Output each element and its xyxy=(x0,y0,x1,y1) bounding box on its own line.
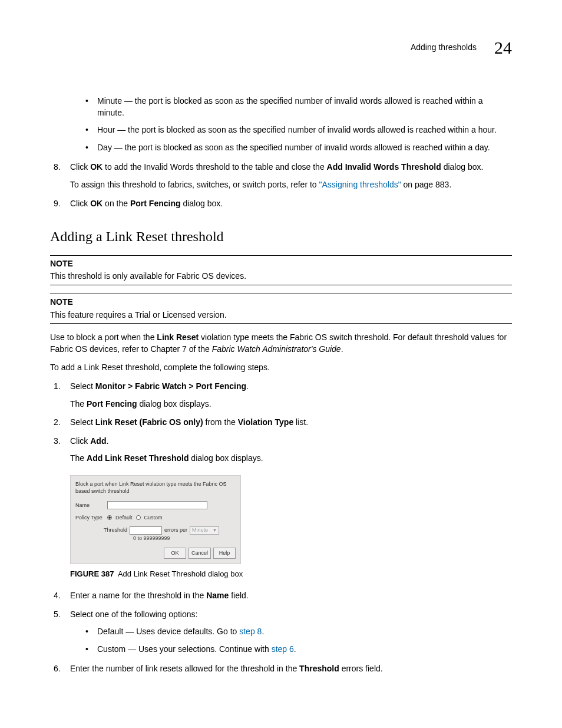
threshold-range-hint: 0 to 999999999 xyxy=(133,535,236,542)
dialog-buttons: OK Cancel Help xyxy=(75,548,236,559)
step-number: 5. xyxy=(54,609,61,621)
step-6-link[interactable]: step 6 xyxy=(272,644,294,654)
step-number: 8. xyxy=(54,162,61,173)
step-number: 2. xyxy=(54,417,61,429)
page-header: Adding thresholds 24 xyxy=(50,35,512,60)
time-unit-dropdown[interactable]: Minute ▼ xyxy=(190,526,219,535)
page-content: Minute — the port is blocked as soon as … xyxy=(50,95,512,675)
step-1: 1. Select Monitor > Fabric Watch > Port … xyxy=(50,381,512,410)
t: The xyxy=(70,453,87,463)
custom-radio-label: Custom xyxy=(144,514,163,522)
step-8: 8. Click OK to add the Invalid Words thr… xyxy=(50,162,512,190)
threshold-field-label: Threshold xyxy=(299,664,339,673)
t: Click xyxy=(70,436,90,446)
step-6: 6. Enter the number of link resets allow… xyxy=(50,663,512,675)
step-3: 3. Click Add. The Add Link Reset Thresho… xyxy=(50,436,512,465)
ok-button[interactable]: OK xyxy=(164,548,186,559)
invalid-words-options: Minute — the port is blocked as soon as … xyxy=(50,95,512,153)
step-number: 6. xyxy=(54,663,61,675)
guide-title: Fabric Watch Administrator's Guide xyxy=(212,344,341,354)
threshold-row: Threshold errors per Minute ▼ xyxy=(104,526,236,535)
step-number: 3. xyxy=(54,436,61,447)
note-2: NOTE This feature requires a Trial or Li… xyxy=(50,294,512,324)
t: Use to block a port when the xyxy=(50,332,157,342)
step-4: 4. Enter a name for the threshold in the… xyxy=(50,590,512,602)
errors-per-label: errors per xyxy=(164,526,187,534)
t: on page 883. xyxy=(401,180,452,189)
note-label: NOTE xyxy=(50,258,512,270)
t: Enter the number of link resets allowed … xyxy=(70,664,299,673)
step-8-link[interactable]: step 8 xyxy=(239,627,262,636)
intro-paragraph: Use to block a port when the Link Reset … xyxy=(50,332,512,355)
step-number: 4. xyxy=(54,590,61,602)
step-text: Click OK to add the Invalid Words thresh… xyxy=(70,162,483,172)
step-number: 9. xyxy=(54,198,61,210)
dialog-name: Port Fencing xyxy=(130,199,181,208)
ok-label: OK xyxy=(90,199,103,208)
note-1: NOTE This threshold is only available fo… xyxy=(50,255,512,285)
t: . xyxy=(246,381,249,391)
add-link-reset-threshold-dialog: Block a port when Link Reset violation t… xyxy=(70,475,241,564)
step-text: Select Link Reset (Fabric OS only) from … xyxy=(70,417,308,427)
cancel-button[interactable]: Cancel xyxy=(189,548,211,559)
ok-label: OK xyxy=(90,162,103,172)
default-radio[interactable] xyxy=(107,515,112,520)
threshold-label: Threshold xyxy=(104,526,127,534)
option-label: Link Reset (Fabric OS only) xyxy=(95,417,203,427)
default-radio-label: Default xyxy=(115,514,133,522)
t: Enter a name for the threshold in the xyxy=(70,591,206,600)
name-label: Name xyxy=(75,502,104,509)
policy-type-row: Policy Type Default Custom xyxy=(75,514,236,522)
note-text: This feature requires a Trial or License… xyxy=(50,309,512,321)
help-button[interactable]: Help xyxy=(213,548,236,559)
chevron-down-icon: ▼ xyxy=(213,528,217,533)
t: to add the Invalid Words threshold to th… xyxy=(103,162,326,172)
list-label: Violation Type xyxy=(238,417,293,427)
dialog-name: Add Link Reset Threshold xyxy=(87,453,189,463)
t: from the xyxy=(203,417,238,427)
step-text: Select one of the following options: xyxy=(70,610,197,619)
t: on the xyxy=(103,199,130,208)
menu-path: Monitor > Fabric Watch > Port Fencing xyxy=(95,381,246,391)
bullet-hour: Hour — the port is blocked as soon as th… xyxy=(85,124,512,136)
policy-type-label: Policy Type xyxy=(75,514,104,522)
threshold-field[interactable] xyxy=(130,526,162,535)
assigning-thresholds-link[interactable]: "Assigning thresholds" xyxy=(319,180,401,189)
option-default: Default — Uses device defaults. Go to st… xyxy=(85,626,512,638)
t: Click xyxy=(70,162,90,172)
step-number: 1. xyxy=(54,381,61,393)
step-text: Click Add. xyxy=(70,436,108,446)
step-9: 9. Click OK on the Port Fencing dialog b… xyxy=(50,198,512,210)
t: dialog box displays. xyxy=(189,453,263,463)
t: . xyxy=(262,627,264,636)
intro-2: To add a Link Reset threshold, complete … xyxy=(50,362,512,374)
name-field-label: Name xyxy=(206,591,229,600)
section-heading: Adding a Link Reset threshold xyxy=(50,227,512,247)
step-text: Enter the number of link resets allowed … xyxy=(70,664,383,673)
t: list. xyxy=(293,417,308,427)
t: Select xyxy=(70,417,95,427)
t: Custom — Uses your selections. Continue … xyxy=(97,644,272,654)
t: The xyxy=(70,399,87,409)
time-unit-value: Minute xyxy=(192,526,208,534)
step-text: Enter a name for the threshold in the Na… xyxy=(70,591,249,600)
step-text: Click OK on the Port Fencing dialog box. xyxy=(70,199,223,208)
figure-label: FIGURE 387 xyxy=(70,569,114,578)
option-custom: Custom — Uses your selections. Continue … xyxy=(85,644,512,655)
t: Default — Uses device defaults. Go to xyxy=(97,627,239,636)
dialog-name: Add Invalid Words Threshold xyxy=(327,162,441,172)
name-row: Name xyxy=(75,501,236,509)
t: dialog box. xyxy=(441,162,484,172)
step-5: 5. Select one of the following options: … xyxy=(50,609,512,655)
name-field[interactable] xyxy=(107,501,207,509)
header-title: Adding thresholds xyxy=(411,42,477,54)
step-3-detail: The Add Link Reset Threshold dialog box … xyxy=(70,453,512,465)
step-2: 2. Select Link Reset (Fabric OS only) fr… xyxy=(50,417,512,429)
t: field. xyxy=(229,591,248,600)
custom-radio[interactable] xyxy=(136,515,141,520)
link-reset-label: Link Reset xyxy=(157,332,199,342)
t: Select xyxy=(70,381,95,391)
figure-caption: FIGURE 387 Add Link Reset Threshold dial… xyxy=(70,569,512,579)
bullet-minute: Minute — the port is blocked as soon as … xyxy=(85,95,512,118)
t: Click xyxy=(70,199,90,208)
